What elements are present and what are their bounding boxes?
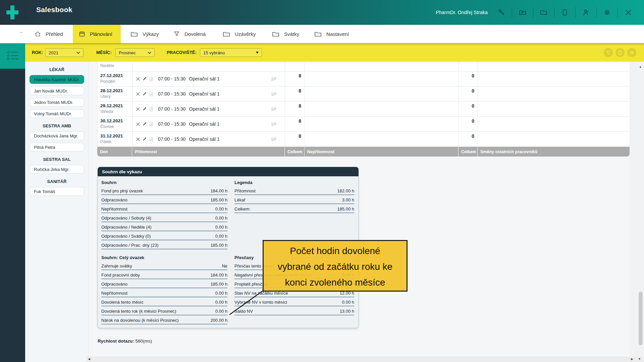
shift-time: 07:00 - 15:30 <box>158 91 186 97</box>
note-shift-icon[interactable] <box>149 107 154 112</box>
absence-cell <box>305 86 459 101</box>
presence-total-cell: 8 <box>285 86 305 101</box>
edit-shift-icon[interactable] <box>142 122 147 126</box>
home-icon <box>34 31 41 38</box>
edit-shift-icon[interactable] <box>142 76 147 81</box>
edit-shift-icon[interactable] <box>142 92 147 96</box>
presence-total-cell: 8 <box>285 132 305 146</box>
shift-tag: 1P <box>271 137 276 142</box>
sidebar-item-person[interactable]: Docházková Jana Mgr. <box>30 131 84 140</box>
folder-icon <box>540 8 548 16</box>
gear-button[interactable] <box>603 8 611 17</box>
sidebar-item-person[interactable]: Jedno Tomáš MUDr. <box>30 98 84 107</box>
user-button[interactable] <box>582 8 590 17</box>
scroll-right-arrow-icon[interactable]: ▶ <box>631 357 633 361</box>
filter-button[interactable] <box>604 48 613 57</box>
delete-shift-icon[interactable] <box>136 92 140 96</box>
summary-row-label: Odpracováno <box>101 282 127 287</box>
others-shifts-cell <box>478 71 630 86</box>
edit-shift-icon[interactable] <box>142 137 147 141</box>
summary-column: SouhrnFond pro plný úvazek184.00 hOdprac… <box>101 179 227 249</box>
edit-shift-icon[interactable] <box>142 107 147 111</box>
sidebar-item-person[interactable]: Fuk Tomáš <box>30 187 84 196</box>
summary-row-label: Nárok na dovolenou (k měsíci Prosinec) <box>101 318 179 323</box>
close-button[interactable] <box>624 8 633 17</box>
horizontal-scrollbar: ◀ ▶ ▼ <box>86 356 644 362</box>
summary-row-label: Dovolená tento měsíc <box>101 300 144 305</box>
delete-shift-icon[interactable] <box>136 122 140 126</box>
checklist-toggle[interactable] <box>0 43 25 69</box>
tooltip-line: Počet hodin dovolené <box>264 243 407 259</box>
tab-planovani[interactable]: Plánování <box>73 25 121 43</box>
folder-icon <box>314 30 322 38</box>
day-cell: 30.12.2021Čtvrtek <box>98 117 132 131</box>
tab-prehled[interactable]: Přehled <box>29 25 72 43</box>
row-actions <box>136 76 154 81</box>
absence-total-cell: 0 <box>459 86 478 101</box>
row-date: 28.12.2021 <box>100 88 129 93</box>
vertical-scrollbar: ▲ <box>630 62 644 356</box>
summary-column: LegendaPřítomnost182.00 hLékař3.00 hCelk… <box>234 179 354 249</box>
scroll-up-arrow-icon[interactable]: ▲ <box>639 65 642 68</box>
summary-row-value: 0.00 h <box>215 206 227 212</box>
rok-select[interactable]: 2021 <box>45 48 84 57</box>
delete-shift-icon[interactable] <box>136 107 140 111</box>
window-button[interactable] <box>560 8 569 17</box>
tooltip-line: vybrané od začátku roku ke <box>264 259 407 275</box>
vertical-scroll-thumb[interactable] <box>639 292 643 345</box>
sidebar-item-person[interactable]: Hlavička Kazimír MUDr. <box>30 75 84 84</box>
summary-row-value: 0.00 h <box>215 234 227 239</box>
note-shift-icon[interactable] <box>149 76 154 81</box>
schedule-row: 27.12.2021Pondělí07:00 - 15:30Operační s… <box>97 71 630 86</box>
summary-row: Odpracováno / Prac. dny (23)185.00 h <box>101 240 227 249</box>
summary-row-label: Fond pracovní doby <box>101 273 140 278</box>
presence-cell: 07:00 - 15:30Operační sál 11P <box>132 132 285 146</box>
row-date: 29.12.2021 <box>100 103 129 108</box>
tab-uzaverky[interactable]: Uzávěrky <box>217 25 262 43</box>
presence-cell: 07:00 - 15:30Operační sál 11P <box>132 86 285 101</box>
folder-icon <box>272 30 280 38</box>
summary-row-label: Odpracováno / Svátky (0) <box>101 234 151 239</box>
print-button[interactable] <box>615 48 625 57</box>
summary-row-value: Ne <box>222 263 227 268</box>
sidebar-item-person[interactable]: Pilná Petra <box>30 143 84 152</box>
note-shift-icon[interactable] <box>149 137 154 142</box>
scroll-down-arrow-icon[interactable]: ▼ <box>638 357 641 361</box>
svg-text:N: N <box>522 11 524 14</box>
tab-vykazy[interactable]: Výkazy <box>124 25 166 43</box>
tab-svatky[interactable]: Svátky <box>266 25 306 43</box>
folder-button[interactable] <box>539 8 548 17</box>
query-speed-status: Rychlost dotazu: 560(ms) <box>98 339 152 344</box>
sidebar-item-person[interactable]: Jan Novák MUDr. <box>30 86 84 95</box>
filter-icon <box>604 49 612 56</box>
scroll-left-arrow-icon[interactable]: ◀ <box>88 357 90 361</box>
summary-column: Souhrn: Celý úvazekZahrnuje svátkyNeFond… <box>101 254 227 324</box>
folder-new-button[interactable]: N <box>518 8 527 17</box>
note-shift-icon[interactable] <box>149 92 154 97</box>
pracoviste-select[interactable]: 15 vybráno <box>200 48 262 57</box>
tab-nastaveni[interactable]: Nastavení <box>308 25 355 43</box>
summary-row: Nepřítomnost0.00 h <box>101 288 227 297</box>
schedule-table: 26.12.2021Neděle27.12.2021Pondělí07:00 -… <box>97 56 630 157</box>
tab-dovolena[interactable]: Dovolená <box>167 25 213 43</box>
key-button[interactable] <box>497 8 506 17</box>
tooltip-leader-line <box>221 285 268 318</box>
shift-time: 07:00 - 15:30 <box>158 121 186 127</box>
note-shift-icon[interactable] <box>149 122 154 127</box>
schedule-row: 30.12.2021Čtvrtek07:00 - 15:30Operační s… <box>97 117 630 132</box>
summary-row-value: 185.00 h <box>337 206 354 212</box>
sidebar-item-person[interactable]: Ručička Jirka Mgr. <box>30 165 84 174</box>
menu-icon <box>628 49 636 56</box>
row-day: Pondělí <box>100 79 129 84</box>
sidebar-item-person[interactable]: Volný Tomáš MUDr. <box>30 109 84 118</box>
sidebar-group-header: LÉKAŘ <box>25 67 89 72</box>
mesic-select[interactable]: Prosinec <box>115 48 155 57</box>
collapse-sidebar-arrow-icon[interactable]: → <box>18 29 23 34</box>
menu-button[interactable] <box>627 48 636 57</box>
topbar-separator <box>596 7 597 18</box>
delete-shift-icon[interactable] <box>136 137 140 141</box>
rok-label: ROK: <box>32 50 43 55</box>
row-day: Čtvrtek <box>100 124 129 129</box>
delete-shift-icon[interactable] <box>136 77 140 81</box>
summary-row-value: 200.00 h <box>210 318 227 323</box>
